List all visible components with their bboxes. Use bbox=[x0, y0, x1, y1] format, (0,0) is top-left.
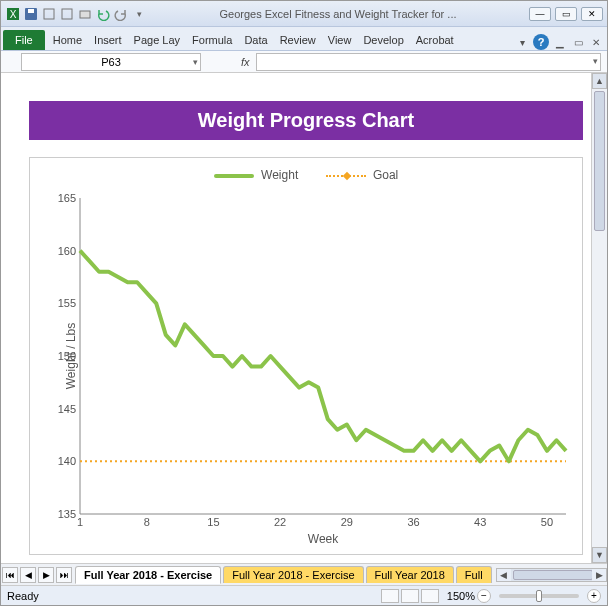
maximize-button[interactable]: ▭ bbox=[555, 7, 577, 21]
sheet-tab[interactable]: Full Year 2018 - Exercise bbox=[223, 566, 363, 583]
zoom-slider-thumb[interactable] bbox=[536, 590, 542, 602]
scroll-down-button[interactable]: ▼ bbox=[592, 547, 607, 563]
window-buttons: — ▭ ✕ bbox=[529, 7, 603, 21]
name-box-value: P63 bbox=[101, 56, 121, 68]
tab-home[interactable]: Home bbox=[47, 30, 88, 50]
fx-label[interactable]: fx bbox=[241, 56, 250, 68]
tab-review[interactable]: Review bbox=[274, 30, 322, 50]
formula-input[interactable]: ▾ bbox=[256, 53, 601, 71]
title-bar: X ▾ Georges Excel Fitness and Weight Tra… bbox=[1, 1, 607, 27]
tab-data[interactable]: Data bbox=[238, 30, 273, 50]
tab-nav-last[interactable]: ⏭ bbox=[56, 567, 72, 583]
excel-icon: X bbox=[5, 6, 21, 22]
scroll-thumb[interactable] bbox=[594, 91, 605, 231]
zoom-in-button[interactable]: + bbox=[587, 589, 601, 603]
legend-swatch-weight bbox=[214, 174, 254, 178]
y-tick: 160 bbox=[58, 245, 76, 257]
x-tick: 15 bbox=[207, 516, 219, 528]
tab-nav-first[interactable]: ⏮ bbox=[2, 567, 18, 583]
hscroll-thumb[interactable] bbox=[513, 570, 593, 580]
x-tick: 22 bbox=[274, 516, 286, 528]
x-axis-label: Week bbox=[80, 532, 566, 546]
y-tick: 155 bbox=[58, 297, 76, 309]
expand-formula-icon[interactable]: ▾ bbox=[593, 56, 598, 66]
sheet-tab-strip: ⏮ ◀ ▶ ⏭ Full Year 2018 - Exercise Full Y… bbox=[1, 563, 607, 585]
x-tick: 1 bbox=[77, 516, 83, 528]
y-tick: 145 bbox=[58, 403, 76, 415]
y-tick: 140 bbox=[58, 455, 76, 467]
svg-text:X: X bbox=[10, 9, 17, 20]
svg-rect-6 bbox=[80, 11, 90, 18]
tab-acrobat[interactable]: Acrobat bbox=[410, 30, 460, 50]
vertical-scrollbar[interactable]: ▲ ▼ bbox=[591, 73, 607, 563]
plot-svg bbox=[80, 198, 566, 514]
y-tick: 135 bbox=[58, 508, 76, 520]
svg-rect-3 bbox=[28, 9, 34, 13]
y-axis-ticks: 135140145150155160165 bbox=[46, 198, 76, 514]
horizontal-scrollbar[interactable]: ◀ ▶ bbox=[496, 568, 607, 582]
scroll-left-button[interactable]: ◀ bbox=[497, 569, 511, 581]
zoom-level[interactable]: 150% bbox=[447, 590, 475, 602]
zoom-out-button[interactable]: − bbox=[477, 589, 491, 603]
status-ready: Ready bbox=[7, 590, 39, 602]
minimize-button[interactable]: — bbox=[529, 7, 551, 21]
qat-icon[interactable] bbox=[41, 6, 57, 22]
x-tick: 50 bbox=[541, 516, 553, 528]
tab-pagelayout[interactable]: Page Lay bbox=[128, 30, 186, 50]
tab-file[interactable]: File bbox=[3, 30, 45, 50]
formula-bar: P63 ▾ fx ▾ bbox=[1, 51, 607, 73]
qat-dropdown-icon[interactable]: ▾ bbox=[131, 6, 147, 22]
sheet-tab[interactable]: Full bbox=[456, 566, 492, 583]
view-pagelayout-button[interactable] bbox=[401, 589, 419, 603]
ribbon-overflow-icon[interactable]: ▾ bbox=[515, 35, 529, 49]
status-bar: Ready 150% − + bbox=[1, 585, 607, 605]
workbook-restore-icon[interactable]: ▭ bbox=[571, 35, 585, 49]
tab-developer[interactable]: Develop bbox=[357, 30, 409, 50]
help-icon[interactable]: ? bbox=[533, 34, 549, 50]
workbook-close-icon[interactable]: ✕ bbox=[589, 35, 603, 49]
view-normal-button[interactable] bbox=[381, 589, 399, 603]
x-tick: 29 bbox=[341, 516, 353, 528]
legend-swatch-goal bbox=[326, 175, 366, 177]
legend-label-goal: Goal bbox=[373, 168, 398, 182]
svg-rect-4 bbox=[44, 9, 54, 19]
dropdown-icon[interactable]: ▾ bbox=[193, 57, 198, 67]
x-tick: 36 bbox=[407, 516, 419, 528]
sheet-tab[interactable]: Full Year 2018 bbox=[366, 566, 454, 583]
x-tick: 8 bbox=[144, 516, 150, 528]
quick-access-toolbar: X ▾ bbox=[5, 6, 147, 22]
undo-icon[interactable] bbox=[95, 6, 111, 22]
scroll-up-button[interactable]: ▲ bbox=[592, 73, 607, 89]
chart-object[interactable]: Weight Progress Chart Weight Goal Weight… bbox=[29, 101, 583, 555]
legend-label-weight: Weight bbox=[261, 168, 298, 182]
tab-nav-prev[interactable]: ◀ bbox=[20, 567, 36, 583]
chart-title: Weight Progress Chart bbox=[29, 101, 583, 140]
tab-formulas[interactable]: Formula bbox=[186, 30, 238, 50]
name-box[interactable]: P63 ▾ bbox=[21, 53, 201, 71]
ribbon: File Home Insert Page Lay Formula Data R… bbox=[1, 27, 607, 51]
worksheet-area[interactable]: Weight Progress Chart Weight Goal Weight… bbox=[1, 73, 591, 563]
redo-icon[interactable] bbox=[113, 6, 129, 22]
save-icon[interactable] bbox=[23, 6, 39, 22]
workbook-minimize-icon[interactable]: ▁ bbox=[553, 35, 567, 49]
view-pagebreak-button[interactable] bbox=[421, 589, 439, 603]
y-tick: 150 bbox=[58, 350, 76, 362]
x-tick: 43 bbox=[474, 516, 486, 528]
document-title: Georges Excel Fitness and Weight Tracker… bbox=[147, 8, 529, 20]
chart-plot-area: Weight Goal Weight / Lbs Week 1351401451… bbox=[29, 157, 583, 555]
weight-series-line bbox=[80, 251, 566, 462]
x-axis-ticks: 18152229364350 bbox=[80, 516, 566, 530]
zoom-slider[interactable] bbox=[499, 594, 579, 598]
close-button[interactable]: ✕ bbox=[581, 7, 603, 21]
tab-view[interactable]: View bbox=[322, 30, 358, 50]
chart-legend: Weight Goal bbox=[30, 158, 582, 186]
scroll-right-button[interactable]: ▶ bbox=[592, 569, 606, 581]
y-tick: 165 bbox=[58, 192, 76, 204]
qat-icon[interactable] bbox=[59, 6, 75, 22]
sheet-tab-active[interactable]: Full Year 2018 - Exercise bbox=[75, 566, 221, 584]
svg-rect-5 bbox=[62, 9, 72, 19]
plot-region: Weight / Lbs Week 135140145150155160165 … bbox=[80, 198, 566, 514]
tab-nav-next[interactable]: ▶ bbox=[38, 567, 54, 583]
tab-insert[interactable]: Insert bbox=[88, 30, 128, 50]
print-preview-icon[interactable] bbox=[77, 6, 93, 22]
